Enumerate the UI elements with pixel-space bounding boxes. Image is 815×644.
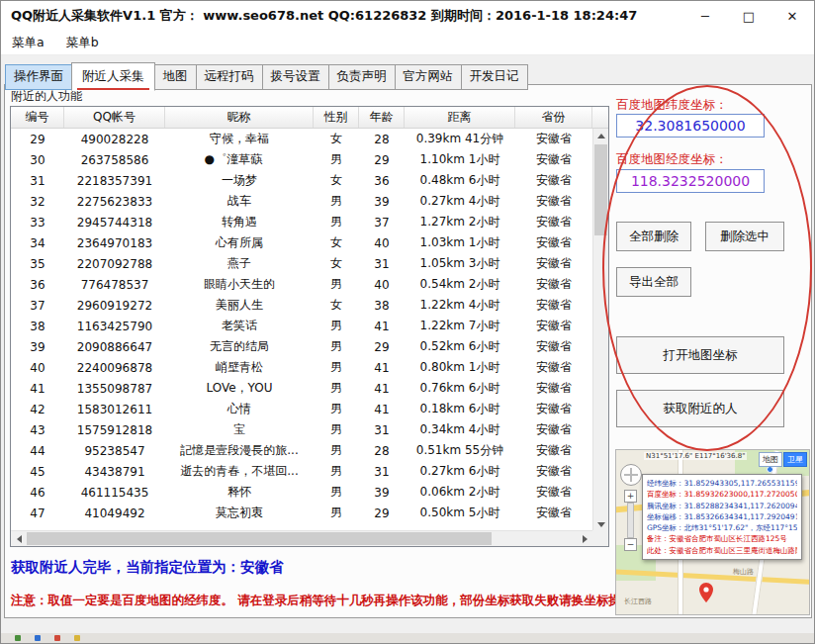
table-cell: 2275623833 bbox=[64, 195, 165, 209]
menu-item-1[interactable]: 菜单a bbox=[1, 32, 55, 54]
vertical-scroll-thumb[interactable] bbox=[594, 144, 607, 235]
column-header[interactable]: 年龄 bbox=[359, 107, 405, 128]
table-row[interactable]: 312218357391一场梦女360.48km 6小时安徽省 bbox=[11, 170, 592, 191]
map-thumbnail[interactable]: N31°51'17.6" E117°16'36.8" 地图 卫星 + − 经纬坐… bbox=[615, 449, 810, 615]
column-header[interactable]: 编号 bbox=[11, 107, 64, 128]
table-cell: 40 bbox=[11, 361, 64, 375]
table-cell: 38 bbox=[11, 320, 64, 333]
column-header[interactable]: 昵称 bbox=[165, 107, 314, 128]
table-row[interactable]: 46461115435释怀男390.06km 2小时安徽省 bbox=[11, 482, 592, 503]
map-mode-button[interactable]: 地图 bbox=[759, 452, 782, 467]
tab-2[interactable]: 附近人采集 bbox=[71, 62, 155, 91]
scroll-right-icon[interactable] bbox=[577, 531, 592, 547]
table-cell: 0.06km 2小时 bbox=[405, 484, 515, 501]
taskbar-icon bbox=[15, 635, 21, 641]
table-row[interactable]: 392090886647无言的结局男290.52km 6小时安徽省 bbox=[11, 336, 592, 357]
table-cell: 逝去的青春，不堪回... bbox=[165, 463, 314, 480]
tab-7[interactable]: 官方网站 bbox=[395, 64, 462, 90]
table-cell: 461115435 bbox=[64, 486, 165, 500]
vertical-scrollbar[interactable] bbox=[592, 129, 608, 532]
longitude-label: 百度地图经度坐标： bbox=[616, 151, 728, 168]
table-row[interactable]: 322275623833战车男390.27km 4小时安徽省 bbox=[11, 191, 592, 212]
table-row[interactable]: 4543438791逝去的青春，不堪回...男310.27km 6小时安徽省 bbox=[11, 461, 592, 482]
table-row[interactable]: 421583012611心情男410.18km 6小时安徽省 bbox=[11, 399, 592, 419]
location-pin-icon[interactable] bbox=[699, 583, 713, 606]
close-button[interactable]: ✕ bbox=[770, 1, 814, 31]
latitude-input[interactable] bbox=[616, 114, 765, 138]
scroll-left-icon[interactable] bbox=[11, 531, 27, 547]
table-cell: 2960919272 bbox=[64, 299, 165, 313]
zoom-out-icon[interactable]: − bbox=[624, 538, 637, 551]
table-cell: 2364970183 bbox=[64, 236, 165, 250]
table-row[interactable]: 36776478537眼睛小天生的男400.54km 2小时安徽省 bbox=[11, 274, 592, 295]
table-row[interactable]: 4495238547記憶是壹段漫長的旅...男280.51km 55分钟安徽省 bbox=[11, 440, 592, 461]
table-cell: 29 bbox=[359, 153, 405, 167]
longitude-input[interactable] bbox=[616, 169, 765, 193]
table-row[interactable]: 332945744318转角遇男371.27km 2小时安徽省 bbox=[11, 212, 592, 232]
table-cell: 1.27km 2小时 bbox=[405, 214, 515, 230]
table-cell: 老笑话 bbox=[165, 318, 314, 334]
map-pan-control[interactable] bbox=[620, 464, 642, 486]
delete-all-button[interactable]: 全部删除 bbox=[616, 222, 691, 251]
export-all-button[interactable]: 导出全部 bbox=[616, 267, 691, 297]
taskbar-strip bbox=[1, 633, 814, 643]
tab-6[interactable]: 负责声明 bbox=[328, 64, 396, 90]
table-row[interactable]: 29490028228守候，幸福女280.39km 41分钟安徽省 bbox=[11, 129, 592, 149]
table-cell: 0.27km 4小时 bbox=[405, 193, 515, 210]
minimize-button[interactable]: ─ bbox=[683, 1, 727, 31]
table-cell: 0.54km 2小时 bbox=[405, 276, 515, 293]
table-cell: 263758586 bbox=[64, 153, 165, 167]
table-cell: 莫忘初衷 bbox=[165, 505, 314, 521]
table-row[interactable]: 402240096878峭壁青松男410.80km 1小时安徽省 bbox=[11, 357, 592, 378]
column-header[interactable]: QQ帐号 bbox=[64, 107, 165, 128]
table-row[interactable]: 372960919272美丽人生女381.22km 4小时安徽省 bbox=[11, 295, 592, 316]
table-cell: 0.51km 55分钟 bbox=[405, 442, 515, 459]
get-nearby-people-button[interactable]: 获取附近的人 bbox=[616, 390, 784, 427]
table-cell: 安徽省 bbox=[515, 172, 592, 189]
open-map-coords-button[interactable]: 打开地图坐标 bbox=[616, 336, 784, 374]
column-header[interactable]: 距离 bbox=[405, 107, 515, 128]
menu-item-2[interactable]: 菜单b bbox=[55, 32, 110, 54]
table-cell: 2090886647 bbox=[64, 340, 165, 354]
table-cell: 41 bbox=[359, 403, 405, 416]
table-row[interactable]: 4741049492莫忘初衷男290.50km 5小时安徽省 bbox=[11, 503, 592, 523]
menu-bar: 菜单a菜单b bbox=[1, 31, 814, 55]
table-row[interactable]: 411355098787LOVe，YOU男410.76km 6小时安徽省 bbox=[11, 378, 592, 399]
table-row[interactable]: 30263758586●゜潼草蒛ゞ男291.10km 1小时安徽省 bbox=[11, 149, 592, 170]
tab-8[interactable]: 开发日记 bbox=[461, 64, 528, 90]
column-header[interactable]: 省份 bbox=[515, 107, 592, 128]
table-cell: 安徽省 bbox=[515, 151, 592, 168]
table-cell: 0.27km 6小时 bbox=[405, 463, 515, 480]
horizontal-scroll-thumb[interactable] bbox=[27, 532, 492, 545]
table-cell: 42 bbox=[11, 403, 64, 416]
table-row[interactable]: 431575912818宝男310.34km 4小时安徽省 bbox=[11, 419, 592, 440]
tab-3[interactable]: 地图 bbox=[154, 64, 197, 90]
table-cell: 释怀 bbox=[165, 484, 314, 501]
table-cell: 41 bbox=[11, 382, 64, 396]
table-cell: 男 bbox=[314, 359, 359, 376]
popup-line: 百度坐标：31.85932623000,117.2720050000 ← bbox=[647, 489, 797, 500]
zoom-in-icon[interactable]: + bbox=[624, 490, 637, 503]
table-row[interactable]: 352207092788燕子女311.05km 3小时安徽省 bbox=[11, 253, 592, 274]
satellite-mode-button[interactable]: 卫星 bbox=[783, 452, 807, 467]
scroll-up-icon[interactable] bbox=[593, 129, 609, 143]
table-cell: 女 bbox=[314, 131, 359, 147]
table-cell: 0.18km 6小时 bbox=[405, 401, 515, 417]
table-cell: 男 bbox=[314, 318, 359, 334]
table-cell: 46 bbox=[11, 486, 64, 500]
popup-note: 此处：安徽省合肥市蜀山区三里庵街道梅山路附近 bbox=[647, 545, 797, 556]
map-marker-dot bbox=[767, 466, 773, 473]
table-row[interactable]: 381163425790老笑话男411.22km 7小时安徽省 bbox=[11, 316, 592, 336]
tab-4[interactable]: 远程打码 bbox=[196, 64, 263, 90]
column-header[interactable]: 性别 bbox=[314, 107, 359, 128]
table-cell: 38 bbox=[359, 299, 405, 313]
table-row[interactable]: 342364970183心有所属女401.03km 1小时安徽省 bbox=[11, 232, 592, 253]
horizontal-scrollbar[interactable] bbox=[11, 530, 592, 546]
maximize-button[interactable]: □ bbox=[727, 1, 770, 31]
tab-1[interactable]: 操作界面 bbox=[5, 64, 72, 90]
tab-5[interactable]: 拨号设置 bbox=[262, 64, 329, 90]
table-cell: 战车 bbox=[165, 193, 314, 210]
zoom-slider[interactable] bbox=[627, 503, 634, 538]
table-cell: 34 bbox=[11, 236, 64, 250]
delete-selected-button[interactable]: 删除选中 bbox=[705, 222, 784, 251]
